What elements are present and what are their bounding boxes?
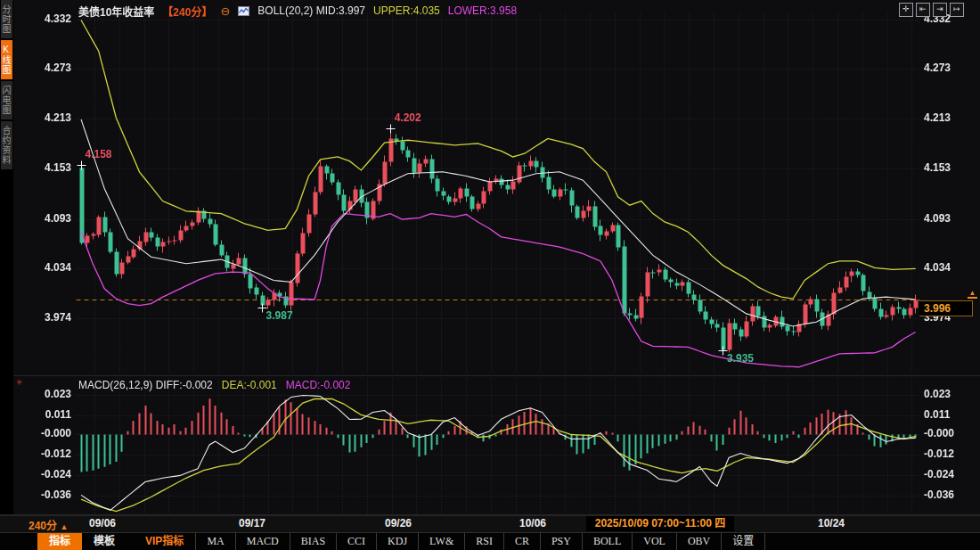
chart-thumbnail-icon[interactable] bbox=[238, 6, 249, 16]
toolbar-shortcut-BOLL[interactable]: BOLL bbox=[582, 533, 632, 550]
macd-axis-label-right: -0.012 bbox=[924, 447, 974, 460]
main-axis-label-left: 4.213 bbox=[25, 111, 71, 124]
boll-mid-label: BOLL(20,2) MID:3.997 bbox=[257, 4, 365, 17]
toolbar-shortcut-MACD[interactable]: MACD bbox=[235, 533, 290, 550]
toolbar-spacer bbox=[0, 533, 37, 550]
main-axis-label-right: 4.153 bbox=[924, 161, 974, 174]
toolbar-shortcut-CR[interactable]: CR bbox=[503, 533, 540, 550]
macd-dea-label: DEA:-0.001 bbox=[222, 379, 277, 391]
chart-type-sidebar: 分时图K线图闪电图合约资料 bbox=[0, 0, 13, 514]
main-axis-label-left: 4.153 bbox=[25, 161, 71, 174]
macd-axis-label-left: -0.012 bbox=[25, 447, 71, 460]
chart-canvas[interactable] bbox=[0, 0, 980, 550]
chart-tool-buttons: ✛⇤⇥↦ bbox=[899, 3, 964, 17]
extreme-price-label: 4.158 bbox=[86, 148, 112, 160]
main-axis-label-left: 3.974 bbox=[25, 311, 71, 324]
vip-indicator-button[interactable]: VIP指标 bbox=[134, 533, 195, 550]
main-axis-label-right: 4.093 bbox=[924, 212, 974, 225]
macd-macd-label: MACD:-0.002 bbox=[286, 379, 351, 391]
main-axis-label-right: 4.273 bbox=[924, 62, 974, 74]
indicator-toolbar: 指标 模板 VIP指标 MAMACDBIASCCIKDJLW&RSICRPSYB… bbox=[0, 532, 980, 550]
scroll-to-latest-icon[interactable]: ▲ bbox=[968, 290, 977, 299]
template-button[interactable]: 模板 bbox=[82, 533, 127, 550]
macd-axis-label-right: -0.000 bbox=[924, 427, 974, 439]
macd-axis-label-left: 0.023 bbox=[25, 388, 71, 400]
period-status-label: 240分 bbox=[29, 520, 57, 532]
toolbar-shortcut-设置[interactable]: 设置 bbox=[721, 533, 765, 550]
toolbar-shortcut-BIAS[interactable]: BIAS bbox=[290, 533, 336, 550]
main-axis-label-right: 4.034 bbox=[924, 261, 974, 274]
crosshair-tool-icon[interactable]: ✛ bbox=[899, 3, 913, 17]
shrink-bars-icon[interactable]: ⇤ bbox=[916, 3, 930, 17]
latest-data-icon[interactable]: ↦ bbox=[950, 3, 964, 17]
macd-axis-label-right: 0.023 bbox=[924, 388, 974, 400]
date-tick-label: 10/06 bbox=[497, 517, 568, 529]
boll-upper-label: UPPER:4.035 bbox=[373, 4, 440, 17]
sidebar-tab-0[interactable]: 分时图 bbox=[1, 0, 12, 38]
toolbar-shortcut-CCI[interactable]: CCI bbox=[336, 533, 376, 550]
instrument-title: 美债10年收益率 bbox=[78, 4, 154, 19]
kline-chart-window: 分时图K线图闪电图合约资料 美债10年收益率 【240分】 ⊖ BOLL(20,… bbox=[0, 0, 980, 550]
macd-axis-label-right: 0.011 bbox=[924, 408, 974, 421]
extreme-price-label: 3.935 bbox=[727, 352, 754, 365]
macd-axis-label-right: -0.036 bbox=[924, 488, 974, 501]
macd-axis-label-left: -0.036 bbox=[25, 488, 71, 501]
expand-bars-icon[interactable]: ⇥ bbox=[933, 3, 947, 17]
macd-axis-label-left: 0.011 bbox=[25, 408, 71, 421]
date-tick-label: 09/17 bbox=[216, 517, 288, 529]
toolbar-shortcut-KDJ[interactable]: KDJ bbox=[376, 533, 418, 550]
date-tick-label: 09/06 bbox=[67, 517, 138, 529]
date-tick-label: 09/26 bbox=[363, 517, 434, 529]
period-status[interactable]: 240分 ▲ bbox=[29, 517, 68, 532]
main-axis-label-left: 4.273 bbox=[25, 62, 71, 74]
toolbar-shortcut-VOL[interactable]: VOL bbox=[632, 533, 676, 550]
selected-range-box: 2025/10/09 07:00~11:00 四 bbox=[586, 516, 734, 531]
collapse-indicator-icon[interactable]: ⊖ bbox=[220, 5, 230, 17]
main-axis-label-left: 4.093 bbox=[25, 212, 71, 225]
extreme-price-label: 4.202 bbox=[395, 111, 421, 124]
macd-axis-label-right: -0.024 bbox=[924, 468, 974, 480]
macd-axis-label-left: -0.024 bbox=[25, 468, 71, 480]
sidebar-tab-3[interactable]: 合约资料 bbox=[1, 121, 12, 169]
sidebar-tab-1[interactable]: K线图 bbox=[1, 40, 12, 79]
extreme-price-label: 3.987 bbox=[266, 309, 293, 322]
main-axis-label-right: 4.213 bbox=[924, 111, 974, 124]
period-label[interactable]: 【240分】 bbox=[162, 4, 212, 19]
macd-header: MACD(26,12,9) DIFF:-0.002 DEA:-0.001 MAC… bbox=[78, 379, 350, 391]
current-price-badge: 3.996 bbox=[919, 300, 973, 316]
toolbar-shortcut-LW&[interactable]: LW& bbox=[418, 533, 464, 550]
boll-lower-label: LOWER:3.958 bbox=[448, 4, 517, 17]
main-axis-label-left: 4.034 bbox=[25, 261, 71, 274]
main-axis-label-left: 4.332 bbox=[25, 12, 71, 25]
macd-axis-label-left: -0.000 bbox=[25, 427, 71, 439]
date-tick-label: 10/24 bbox=[796, 517, 867, 529]
alarm-icon[interactable]: ✳ bbox=[16, 378, 23, 387]
sidebar-tab-2[interactable]: 闪电图 bbox=[1, 81, 12, 119]
toolbar-shortcut-MA[interactable]: MA bbox=[195, 533, 234, 550]
toolbar-shortcut-RSI[interactable]: RSI bbox=[464, 533, 503, 550]
indicator-button[interactable]: 指标 bbox=[37, 533, 82, 550]
toolbar-shortcut-OBV[interactable]: OBV bbox=[676, 533, 721, 550]
chart-header: 美债10年收益率 【240分】 ⊖ BOLL(20,2) MID:3.997 U… bbox=[78, 4, 517, 18]
macd-diff-label: MACD(26,12,9) DIFF:-0.002 bbox=[78, 379, 213, 391]
toolbar-shortcut-PSY[interactable]: PSY bbox=[540, 533, 582, 550]
